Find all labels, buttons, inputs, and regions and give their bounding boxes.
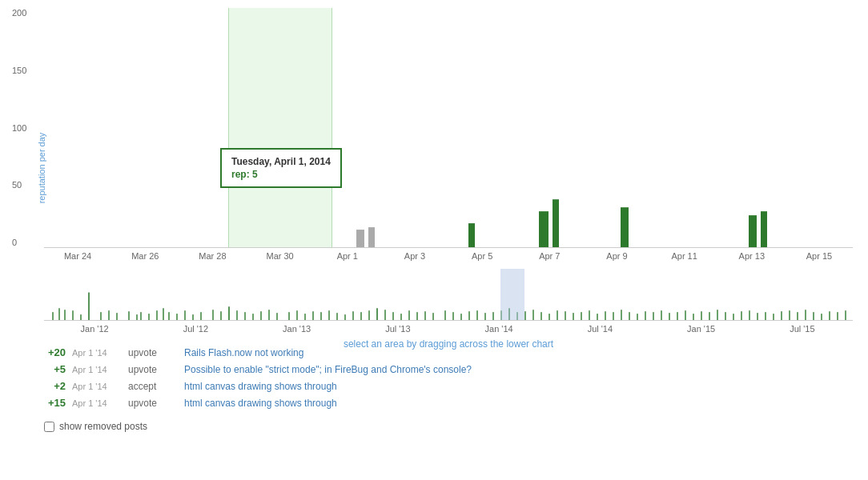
svg-rect-81 xyxy=(645,311,646,320)
y-tick-0: 0 xyxy=(12,238,26,247)
select-hint: select an area by dragging across the lo… xyxy=(44,338,853,350)
svg-rect-6 xyxy=(356,230,364,247)
main-chart[interactable]: 200 150 100 50 0 Tuesday, Apr xyxy=(44,8,853,248)
svg-rect-90 xyxy=(717,310,718,320)
svg-rect-82 xyxy=(653,312,654,320)
svg-rect-9 xyxy=(58,308,60,320)
svg-rect-46 xyxy=(360,312,362,320)
chart-highlight-region xyxy=(228,8,332,247)
svg-rect-66 xyxy=(524,311,526,320)
mini-chart-svg xyxy=(44,269,853,320)
rep-link-2[interactable]: html canvas drawing shows through xyxy=(184,381,337,392)
rep-date-3: Apr 1 '14 xyxy=(72,398,128,408)
rep-score-3: +15 xyxy=(44,397,72,409)
main-chart-svg xyxy=(44,8,853,247)
rep-date-2: Apr 1 '14 xyxy=(72,382,128,391)
svg-rect-41 xyxy=(320,312,322,320)
svg-rect-84 xyxy=(669,313,670,320)
svg-rect-56 xyxy=(416,312,418,320)
svg-rect-64 xyxy=(484,313,486,320)
svg-rect-51 xyxy=(400,314,402,320)
chart-tooltip: Tuesday, April 1, 2014 rep: 5 xyxy=(220,148,342,188)
x-label-0: Mar 24 xyxy=(44,251,111,261)
svg-rect-69 xyxy=(549,314,550,320)
x-label-2: Mar 28 xyxy=(179,251,246,261)
rep-link-1[interactable]: Possible to enable "strict mode"; in Fir… xyxy=(184,364,472,375)
mini-x-label-4: Jan '14 xyxy=(448,324,549,334)
svg-rect-86 xyxy=(685,310,686,320)
x-label-10: Apr 13 xyxy=(718,251,786,261)
rep-row-1: +5 Apr 1 '14 upvote Possible to enable "… xyxy=(44,361,824,378)
svg-rect-49 xyxy=(384,310,386,320)
svg-rect-27 xyxy=(200,312,202,320)
svg-rect-62 xyxy=(468,311,470,320)
svg-rect-70 xyxy=(557,310,558,320)
y-tick-150: 150 xyxy=(12,66,26,75)
svg-rect-59 xyxy=(444,310,446,320)
svg-rect-38 xyxy=(296,310,298,320)
svg-rect-43 xyxy=(336,313,338,320)
show-removed-checkbox[interactable] xyxy=(44,422,54,432)
svg-rect-0 xyxy=(468,223,475,247)
x-label-1: Mar 26 xyxy=(111,251,179,261)
svg-rect-58 xyxy=(432,313,434,320)
svg-rect-32 xyxy=(244,312,246,320)
x-label-5: Apr 3 xyxy=(381,251,448,261)
svg-rect-105 xyxy=(837,312,838,320)
svg-rect-19 xyxy=(140,312,142,320)
rep-score-1: +5 xyxy=(44,363,72,375)
svg-rect-8 xyxy=(52,312,54,320)
svg-rect-68 xyxy=(540,312,542,320)
svg-rect-1 xyxy=(539,211,549,247)
svg-rect-25 xyxy=(184,310,186,320)
x-label-11: Apr 15 xyxy=(786,251,853,261)
svg-rect-21 xyxy=(156,310,158,320)
svg-rect-13 xyxy=(88,293,90,320)
svg-rect-29 xyxy=(220,311,222,320)
chart-container: reputation per day 200 150 100 50 0 xyxy=(0,0,868,336)
svg-rect-14 xyxy=(100,312,102,320)
svg-rect-33 xyxy=(252,314,254,320)
svg-rect-34 xyxy=(260,311,262,320)
svg-rect-94 xyxy=(749,310,750,320)
tooltip-rep: rep: 5 xyxy=(231,169,331,180)
svg-rect-78 xyxy=(621,310,622,320)
svg-rect-65 xyxy=(492,312,494,320)
rep-link-3[interactable]: html canvas drawing shows through xyxy=(184,398,337,409)
rep-type-1: upvote xyxy=(128,364,184,375)
svg-rect-18 xyxy=(136,314,138,320)
svg-rect-35 xyxy=(268,310,270,320)
svg-rect-63 xyxy=(476,310,478,320)
svg-rect-106 xyxy=(845,310,846,320)
y-tick-200: 200 xyxy=(12,8,26,18)
svg-rect-67 xyxy=(532,310,534,320)
svg-rect-16 xyxy=(116,313,118,320)
rep-type-2: accept xyxy=(128,381,184,392)
mini-x-label-0: Jan '12 xyxy=(44,324,145,334)
svg-rect-100 xyxy=(797,312,798,320)
svg-rect-95 xyxy=(757,313,758,320)
svg-rect-87 xyxy=(693,314,694,320)
mini-chart[interactable] xyxy=(44,269,853,321)
svg-rect-4 xyxy=(749,215,757,247)
svg-rect-71 xyxy=(565,311,566,320)
svg-rect-5 xyxy=(761,211,767,247)
svg-rect-44 xyxy=(344,314,346,320)
svg-rect-31 xyxy=(236,310,238,320)
svg-rect-102 xyxy=(813,312,814,320)
svg-rect-99 xyxy=(789,310,790,320)
rep-date-1: Apr 1 '14 xyxy=(72,365,128,374)
mini-x-axis: Jan '12 Jul '12 Jan '13 Jul '13 Jan '14 … xyxy=(44,324,853,334)
svg-rect-45 xyxy=(352,311,354,320)
svg-rect-36 xyxy=(276,313,278,320)
mini-x-label-2: Jan '13 xyxy=(247,324,348,334)
y-tick-50: 50 xyxy=(12,180,26,190)
svg-rect-103 xyxy=(821,314,822,320)
svg-rect-74 xyxy=(589,310,590,320)
x-label-7: Apr 7 xyxy=(516,251,583,261)
svg-rect-75 xyxy=(597,314,598,320)
x-label-6: Apr 5 xyxy=(448,251,516,261)
rep-row-2: +2 Apr 1 '14 accept html canvas drawing … xyxy=(44,378,824,394)
svg-rect-72 xyxy=(573,313,574,320)
svg-rect-3 xyxy=(621,207,629,247)
